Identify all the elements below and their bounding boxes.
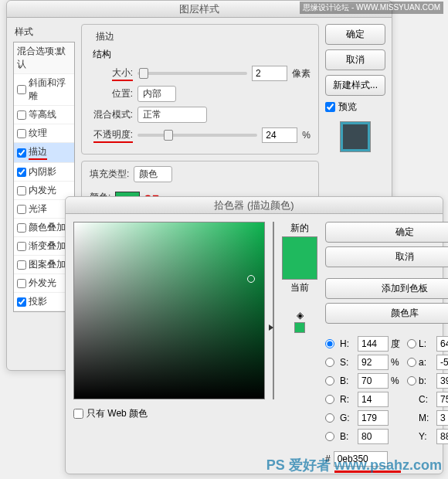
opacity-slider[interactable] — [137, 134, 257, 137]
style-label: 等高线 — [29, 108, 56, 121]
radio-a[interactable] — [407, 358, 416, 367]
sv-field[interactable] — [73, 222, 265, 399]
val-B[interactable] — [358, 373, 389, 389]
hue-pointer[interactable] — [269, 324, 273, 331]
color-picker-dialog: 拾色器 (描边颜色) 只有 Web 颜色 新的 当前 ◈ 确定 取消 添加到色板… — [65, 196, 443, 474]
val-L[interactable] — [436, 336, 448, 352]
sv-cursor[interactable] — [247, 275, 255, 283]
position-select[interactable]: 内部 — [137, 86, 176, 102]
new-label: 新的 — [282, 222, 317, 235]
web-only-checkbox[interactable]: 只有 Web 颜色 — [73, 407, 265, 420]
style-label: 图案叠加 — [29, 258, 66, 271]
style-label: 投影 — [29, 295, 47, 308]
style-label: 内发光 — [29, 184, 56, 197]
style-checkbox[interactable] — [17, 297, 26, 307]
watermark-top: 思缘设计论坛 - WWW.MISSYUAN.COM — [300, 2, 443, 14]
radio-S[interactable] — [325, 358, 334, 367]
val-H[interactable] — [358, 336, 389, 352]
radio-B[interactable] — [325, 376, 334, 386]
style-checkbox[interactable] — [17, 85, 26, 94]
lbl-L: L: — [419, 338, 434, 349]
blend-default-row[interactable]: 混合选项:默认 — [14, 42, 74, 74]
add-swatch-button[interactable]: 添加到色板 — [325, 278, 448, 299]
color-lib-button[interactable]: 颜色库 — [325, 303, 448, 324]
picker-title: 拾色器 (描边颜色) — [66, 197, 443, 214]
radio-G[interactable] — [325, 413, 334, 423]
opacity-input[interactable] — [262, 127, 297, 143]
picker-ok-button[interactable]: 确定 — [325, 222, 448, 243]
style-checkbox[interactable] — [17, 260, 26, 270]
lbl-C: C: — [419, 394, 434, 405]
radio-L[interactable] — [407, 339, 416, 348]
lbl-S: S: — [340, 357, 355, 368]
lbl-B: B: — [340, 375, 355, 386]
style-label: 颜色叠加 — [29, 221, 66, 234]
style-checkbox[interactable] — [17, 168, 26, 177]
style-label: 斜面和浮雕 — [29, 76, 71, 103]
style-checkbox[interactable] — [17, 110, 26, 120]
new-current-swatch[interactable] — [282, 236, 317, 280]
style-checkbox[interactable] — [17, 279, 26, 288]
val-b2[interactable] — [436, 373, 448, 389]
style-checkbox[interactable] — [17, 205, 26, 214]
cancel-button[interactable]: 取消 — [325, 49, 385, 70]
style-checkbox[interactable] — [17, 129, 26, 138]
val-G[interactable] — [358, 410, 389, 426]
val-Bc[interactable] — [358, 429, 389, 444]
style-row-2[interactable]: 纹理 — [14, 124, 74, 143]
hue-slider[interactable] — [273, 222, 274, 399]
style-checkbox[interactable] — [17, 223, 26, 233]
style-label: 纹理 — [29, 127, 47, 140]
ok-button[interactable]: 确定 — [325, 24, 385, 45]
unit-H: 度 — [391, 338, 405, 351]
styles-header: 样式 — [13, 24, 75, 42]
size-slider[interactable] — [137, 72, 247, 75]
fill-label: 填充类型: — [90, 168, 129, 181]
opacity-unit: % — [302, 130, 311, 141]
style-label: 外发光 — [29, 277, 56, 290]
style-label: 描边 — [29, 145, 47, 160]
mini-swatch[interactable] — [294, 322, 305, 333]
cube-icon[interactable]: ◈ — [294, 310, 305, 321]
size-input[interactable] — [252, 66, 287, 81]
radio-R[interactable] — [325, 395, 334, 404]
val-a[interactable] — [436, 355, 448, 370]
lbl-Bc: B: — [340, 431, 355, 442]
lbl-Y: Y: — [419, 431, 434, 442]
radio-b2[interactable] — [407, 376, 416, 386]
lbl-R: R: — [340, 394, 355, 405]
val-C[interactable] — [436, 392, 448, 407]
style-row-4[interactable]: 内阴影 — [14, 163, 74, 182]
stroke-fieldset: 描边 结构 大小: 像素 位置: 内部 混合模式: 正常 不透明度: — [81, 24, 319, 155]
preview-swatch — [340, 121, 371, 152]
lbl-b2: b: — [419, 375, 434, 386]
radio-Bc[interactable] — [325, 432, 334, 441]
fill-type-select[interactable]: 颜色 — [134, 166, 172, 182]
lbl-M: M: — [419, 413, 434, 423]
val-S[interactable] — [358, 355, 389, 370]
style-row-0[interactable]: 斜面和浮雕 — [14, 74, 74, 106]
style-checkbox[interactable] — [17, 242, 26, 251]
size-label: 大小: — [90, 66, 133, 81]
style-label: 渐变叠加 — [29, 240, 66, 253]
new-style-button[interactable]: 新建样式... — [325, 75, 385, 96]
style-checkbox[interactable] — [17, 148, 26, 158]
size-unit: 像素 — [292, 67, 311, 80]
style-checkbox[interactable] — [17, 186, 26, 195]
lbl-a: a: — [419, 357, 434, 368]
style-row-1[interactable]: 等高线 — [14, 106, 74, 124]
blend-mode-label: 混合模式: — [90, 108, 133, 121]
unit-B: % — [391, 375, 405, 386]
val-Y[interactable] — [436, 429, 448, 444]
blend-mode-select[interactable]: 正常 — [137, 107, 207, 123]
style-label: 光泽 — [29, 202, 47, 216]
val-M[interactable] — [436, 410, 448, 426]
picker-cancel-button[interactable]: 取消 — [325, 246, 448, 267]
style-label: 内阴影 — [29, 165, 56, 178]
structure-label: 结构 — [93, 48, 311, 61]
val-R[interactable] — [358, 392, 389, 407]
preview-checkbox[interactable]: 预览 — [325, 100, 385, 114]
unit-S: % — [391, 357, 405, 368]
style-row-3[interactable]: 描边 — [14, 143, 74, 163]
radio-H[interactable] — [325, 339, 334, 348]
